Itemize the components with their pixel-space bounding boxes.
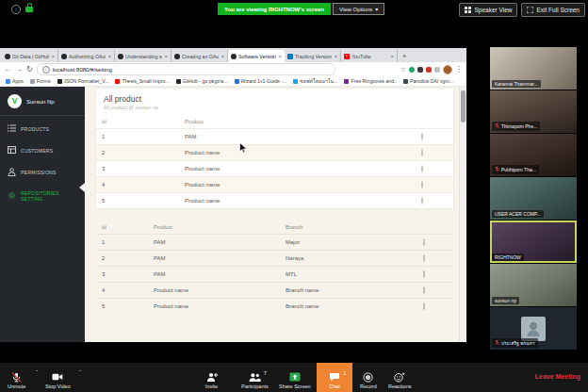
extension-icon-dark[interactable] xyxy=(417,67,423,73)
forward-icon[interactable]: → xyxy=(15,66,23,74)
participant-video-tile[interactable]: Putthiporn Tha... xyxy=(490,134,577,176)
site-info-icon[interactable]: i xyxy=(42,66,50,74)
bookmark-item[interactable]: GitHub - go-pkgz/a... xyxy=(176,78,228,84)
browser-menu-icon[interactable]: ⋮ xyxy=(455,66,463,74)
browser-tab[interactable]: YouTube× xyxy=(341,50,398,62)
participant-video-tile[interactable]: Thimaporn Phe... xyxy=(490,90,577,133)
browser-tab[interactable]: Software Version Trac...× xyxy=(228,50,285,62)
leave-meeting-button[interactable]: Leave Meeting xyxy=(535,373,580,380)
table-row[interactable]: 5Product nameBranch name xyxy=(96,299,453,315)
table-row[interactable]: 2Product name xyxy=(96,145,453,161)
row-checkbox[interactable] xyxy=(423,302,425,310)
participants-button[interactable]: 7 Participants xyxy=(241,372,269,390)
row-checkbox[interactable] xyxy=(423,238,425,246)
speaker-view-button[interactable]: Speaker View xyxy=(459,3,517,17)
cell-id: 5 xyxy=(96,193,179,209)
row-radio[interactable] xyxy=(421,165,423,172)
extension-icon-green[interactable] xyxy=(409,67,415,73)
participant-video-tile[interactable]: ประเสริฐ พรนภา xyxy=(490,307,577,350)
page-scrollbar[interactable] xyxy=(459,87,466,342)
scrollbar-thumb[interactable] xyxy=(461,90,466,122)
mic-muted-icon xyxy=(495,122,499,130)
reload-icon[interactable]: ↻ xyxy=(26,66,33,74)
mic-muted-icon xyxy=(495,339,499,347)
chat-bubble-icon xyxy=(329,372,340,382)
audio-options-caret[interactable]: ˆ xyxy=(36,369,38,375)
row-radio[interactable] xyxy=(421,197,423,204)
bookmark-item[interactable]: Parodius DAI vgm... xyxy=(403,78,453,84)
info-icon[interactable]: i xyxy=(11,5,21,14)
bookmark-item[interactable]: Thesis_Small Impro... xyxy=(115,78,169,84)
table-row[interactable]: 3Product name xyxy=(96,161,453,177)
bookmark-item[interactable]: Free Ringtones and.. xyxy=(344,78,396,84)
extension-icon-red[interactable] xyxy=(426,67,432,73)
row-checkbox[interactable] xyxy=(423,254,425,262)
list-icon xyxy=(8,124,16,133)
branch-table: Id Product Branch 1PAMMajor2PAMNaraya3PA… xyxy=(96,220,453,314)
reactions-label: Reactions xyxy=(388,384,411,389)
close-icon[interactable]: × xyxy=(220,54,224,59)
browser-tab[interactable]: Understanding scope...× xyxy=(115,50,172,62)
sidebar-item-customers[interactable]: CUSTOMERS xyxy=(0,139,85,161)
close-icon[interactable]: × xyxy=(51,54,55,59)
row-radio[interactable] xyxy=(421,133,423,140)
url-text: localhost:8080/#/setting xyxy=(53,67,112,73)
bookmark-item[interactable]: JSON Formatter_V... xyxy=(57,78,109,84)
bookmark-item[interactable]: Wizard 1v1 Guide -... xyxy=(235,78,287,84)
video-options-caret[interactable]: ˆ xyxy=(79,369,81,375)
close-icon[interactable]: × xyxy=(390,54,394,59)
sidebar-item-repositories-setting[interactable]: REPOSITORIES SETTING xyxy=(0,184,85,208)
table-row[interactable]: 1PAM xyxy=(96,129,453,145)
cell-branch: Naraya xyxy=(280,251,417,267)
bookmark-item[interactable]: Forms xyxy=(30,78,51,84)
cell-select xyxy=(416,145,453,161)
chat-button[interactable]: 1 Chat xyxy=(317,363,352,392)
app-account[interactable]: V Sunsun Np xyxy=(0,87,85,115)
exit-full-screen-button[interactable]: Exit Full Screen xyxy=(521,3,585,17)
extension-icon-gray[interactable] xyxy=(434,67,440,73)
participant-video-tile[interactable]: sunsun np xyxy=(490,264,577,306)
browser-tab[interactable]: Authorizing OAuth Ap...× xyxy=(58,50,115,62)
close-icon[interactable]: × xyxy=(334,54,337,59)
back-icon[interactable]: ← xyxy=(4,66,11,74)
table-row[interactable]: 4Product name xyxy=(96,177,453,193)
stop-video-button[interactable]: Stop Video xyxy=(45,372,71,390)
bookmark-star-icon[interactable]: ☆ xyxy=(400,66,406,73)
browser-tab[interactable]: Tracking Version | Trello× xyxy=(285,50,341,62)
participant-video-tile[interactable]: Karanrat Thammar... xyxy=(490,47,577,90)
view-options-button[interactable]: View Options ▾ xyxy=(333,3,384,15)
browser-tab[interactable]: Creating an OAuth Ap...× xyxy=(172,50,228,62)
row-checkbox[interactable] xyxy=(423,270,425,278)
row-radio[interactable] xyxy=(421,149,423,156)
close-icon[interactable]: × xyxy=(278,54,282,59)
table-row[interactable]: 4Product nameBranch name xyxy=(96,283,453,299)
participant-video-tile[interactable]: USER ACER COMP... xyxy=(490,177,577,220)
participant-name: Karanrat Thammar... xyxy=(495,81,538,87)
chevron-down-icon: ▾ xyxy=(375,6,378,12)
table-row[interactable]: 3PAMMTL xyxy=(96,267,453,283)
table-row[interactable]: 2PAMNaraya xyxy=(96,251,453,267)
close-icon[interactable]: × xyxy=(164,54,168,59)
grid-view-icon xyxy=(465,7,471,13)
reactions-button[interactable]: Reactions xyxy=(388,372,411,390)
unmute-button[interactable]: Unmute xyxy=(8,372,25,390)
bookmark-item[interactable]: ซอฟท์โฮมนาโน... xyxy=(293,77,337,85)
invite-button[interactable]: Invite xyxy=(205,372,218,390)
close-icon[interactable]: × xyxy=(107,54,111,59)
share-screen-button[interactable]: Share Screen xyxy=(279,372,311,390)
sidebar-divider xyxy=(0,115,85,116)
sidebar-item-products[interactable]: PRODUCTS xyxy=(0,118,85,139)
participant-video-tile[interactable]: RIGHTNOW xyxy=(490,220,577,263)
browser-profile-avatar[interactable] xyxy=(443,65,452,74)
row-checkbox[interactable] xyxy=(423,286,425,294)
new-tab-button[interactable]: + xyxy=(398,50,411,62)
browser-tab[interactable]: Git Data | GitHub Deve...× xyxy=(2,50,58,62)
record-button[interactable]: Record xyxy=(360,372,377,390)
address-bar[interactable]: i localhost:8080/#/setting xyxy=(37,63,335,75)
column-header-product: Product xyxy=(148,220,280,235)
table-row[interactable]: 1PAMMajor xyxy=(96,235,453,251)
row-radio[interactable] xyxy=(421,181,423,188)
table-row[interactable]: 5Product name xyxy=(96,193,453,209)
sidebar-item-permissions[interactable]: PERMISSIONS xyxy=(0,161,85,184)
bookmark-item[interactable]: Apps xyxy=(6,78,24,84)
